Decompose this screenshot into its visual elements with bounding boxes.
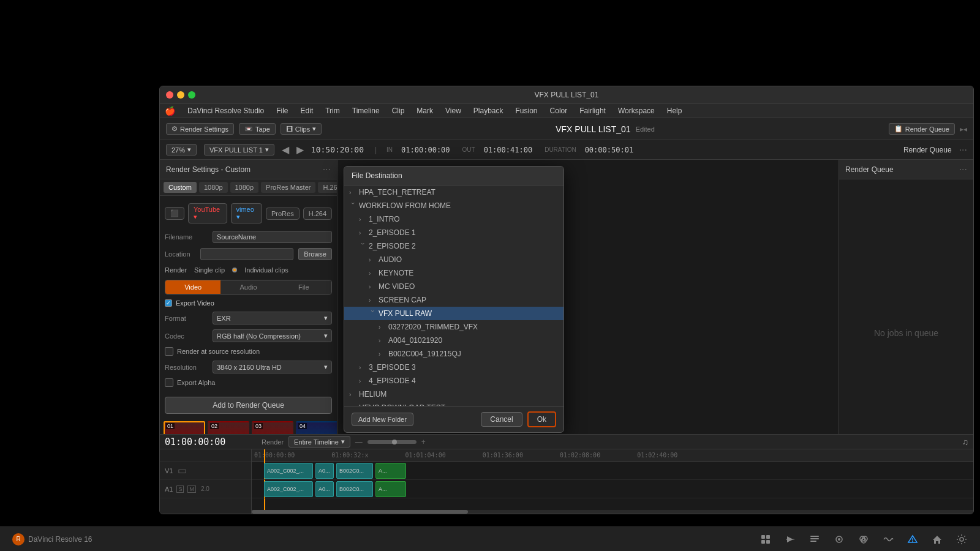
format-icon-youtube[interactable]: YouTube ▾ — [188, 203, 227, 223]
tape-button[interactable]: 📼 Tape — [239, 123, 276, 135]
menu-fusion[interactable]: Fusion — [511, 105, 543, 116]
tab-prores[interactable]: ProRes Master — [261, 182, 315, 193]
audio-tab[interactable]: Audio — [221, 280, 276, 294]
cut-page-icon[interactable] — [784, 533, 796, 545]
menu-trim[interactable]: Trim — [320, 105, 345, 116]
menu-file[interactable]: File — [271, 105, 293, 116]
edit-page-icon[interactable] — [809, 533, 821, 545]
tree-item-screencap[interactable]: › SCREEN CAP — [344, 293, 564, 307]
tree-item-b002[interactable]: › B002C004_191215QJ — [344, 347, 564, 361]
home-icon[interactable] — [931, 533, 943, 545]
menu-playback[interactable]: Playback — [469, 105, 508, 116]
tree-item-ep3[interactable]: › 3_EPISODE 3 — [344, 361, 564, 374]
apple-menu[interactable]: 🍎 — [165, 106, 175, 116]
tab-1080p-2[interactable]: 1080p — [230, 182, 259, 193]
render-settings-options[interactable]: ··· — [323, 164, 331, 175]
clip-v1-2[interactable]: A0... — [315, 463, 334, 479]
timeline-scrollbar[interactable] — [252, 510, 973, 514]
menu-color[interactable]: Color — [545, 105, 573, 116]
individual-clips-label[interactable]: Individual clips — [244, 266, 288, 274]
menu-edit[interactable]: Edit — [296, 105, 318, 116]
render-settings-button[interactable]: ⚙ Render Settings — [166, 123, 234, 135]
clip-v1-4[interactable]: A... — [375, 463, 406, 479]
clip-a1-1[interactable]: A002_C002_... — [264, 481, 313, 497]
tree-item-helium[interactable]: › HELIUM — [344, 388, 564, 401]
tree-item-trimmed[interactable]: › 03272020_TRIMMED_VFX — [344, 320, 564, 334]
render-queue-label: Render Queue — [903, 146, 952, 154]
clip-a1-2[interactable]: A0... — [315, 481, 334, 497]
settings-icon[interactable] — [956, 533, 968, 545]
tree-item-hevc[interactable]: › HEVC DOWNLOAD TEST — [344, 401, 564, 406]
menu-help[interactable]: Help — [662, 105, 687, 116]
export-alpha-checkbox[interactable] — [165, 378, 173, 387]
browse-button[interactable]: Browse — [298, 248, 332, 260]
tree-item-keynote[interactable]: › KEYNOTE — [344, 266, 564, 280]
clip-v1-3[interactable]: B002C0... — [336, 463, 373, 479]
export-video-checkbox[interactable]: ✓ — [165, 299, 172, 307]
individual-clips-radio[interactable] — [232, 268, 237, 272]
menu-workspace[interactable]: Workspace — [613, 105, 660, 116]
format-select[interactable]: EXR ▾ — [213, 312, 332, 324]
render-queue-header-button[interactable]: 📋 Render Queue — [889, 123, 955, 135]
render-source-checkbox[interactable] — [165, 347, 173, 356]
tree-item-ep1[interactable]: › 2_EPISODE 1 — [344, 226, 564, 239]
render-queue-panel-options[interactable]: ··· — [959, 164, 967, 175]
fusion-page-icon[interactable] — [833, 533, 845, 545]
media-pool-icon[interactable] — [760, 533, 772, 545]
maximize-button[interactable] — [188, 91, 195, 99]
tree-item-mcvideo[interactable]: › MC VIDEO — [344, 280, 564, 293]
single-clip-label[interactable]: Single clip — [194, 266, 225, 274]
resolution-select[interactable]: 3840 x 2160 Ultra HD ▾ — [213, 361, 332, 373]
tree-item-intro[interactable]: › 1_INTRO — [344, 212, 564, 226]
clip-a1-3[interactable]: B002C0... — [336, 481, 373, 497]
scrollbar-thumb[interactable] — [252, 510, 468, 514]
entire-timeline-select[interactable]: Entire Timeline ▾ — [288, 436, 350, 448]
chevron-screencap: › — [369, 297, 376, 304]
tree-item-ep4[interactable]: › 4_EPISODE 4 — [344, 374, 564, 388]
export-video-label: Export Video — [176, 299, 214, 307]
prev-frame[interactable]: ◀ — [282, 144, 289, 156]
timeline-selector[interactable]: VFX PULL LIST 1 ▾ — [204, 144, 274, 156]
zoom-slider-handle[interactable] — [392, 440, 397, 444]
minimize-button[interactable] — [177, 91, 184, 99]
file-tab[interactable]: File — [276, 280, 331, 294]
codec-select[interactable]: RGB half (No Compression) ▾ — [213, 329, 332, 342]
tree-item-ep2[interactable]: › 2_EPISODE 2 — [344, 239, 564, 253]
menu-clip[interactable]: Clip — [387, 105, 410, 116]
add-to-queue-button[interactable]: Add to Render Queue — [165, 397, 332, 414]
format-icon-h264[interactable]: H.264 — [303, 208, 332, 220]
ok-button[interactable]: Ok — [527, 411, 556, 427]
tab-1080p-1[interactable]: 1080p — [199, 182, 228, 193]
add-new-folder-button[interactable]: Add New Folder — [352, 413, 413, 426]
tree-item-vfxpullraw[interactable]: › VFX PULL RAW — [344, 307, 564, 320]
format-icon-vimeo[interactable]: vimeo ▾ — [231, 203, 262, 223]
filename-input[interactable] — [213, 231, 332, 243]
fairlight-page-icon[interactable] — [882, 533, 894, 545]
clips-button[interactable]: 🎞 Clips ▾ — [281, 123, 322, 135]
clip-a1-4[interactable]: A... — [375, 481, 406, 497]
menu-mark[interactable]: Mark — [412, 105, 438, 116]
menu-timeline[interactable]: Timeline — [347, 105, 385, 116]
render-queue-options[interactable]: ··· — [959, 144, 967, 156]
tree-item-hpa[interactable]: › HPA_TECH_RETREAT — [344, 186, 564, 199]
close-button[interactable] — [166, 91, 173, 99]
track-label-v1: V1 ▭ — [160, 462, 251, 480]
tree-item-a004[interactable]: › A004_01021920 — [344, 334, 564, 347]
next-frame[interactable]: ▶ — [296, 144, 304, 156]
menu-davinci[interactable]: DaVinci Resolve Studio — [183, 105, 269, 116]
cancel-button[interactable]: Cancel — [481, 412, 522, 427]
color-page-icon[interactable] — [858, 533, 870, 545]
tab-h264[interactable]: H.264 Master — [318, 182, 337, 193]
zoom-control[interactable]: 27% ▾ — [166, 144, 197, 156]
clip-v1-1[interactable]: A002_C002_... — [264, 463, 313, 479]
menu-view[interactable]: View — [440, 105, 466, 116]
tab-custom[interactable]: Custom — [164, 182, 197, 193]
menu-fairlight[interactable]: Fairlight — [575, 105, 611, 116]
deliver-page-icon[interactable] — [907, 533, 919, 545]
format-icon-prores[interactable]: ProRes — [266, 208, 300, 220]
location-input[interactable] — [200, 248, 293, 260]
tree-item-workflow[interactable]: › WORKFLOW FROM HOME — [344, 199, 564, 212]
format-icon-monitor[interactable]: ⬛ — [165, 207, 184, 220]
tree-item-audio[interactable]: › AUDIO — [344, 253, 564, 266]
video-tab[interactable]: Video — [165, 280, 221, 294]
